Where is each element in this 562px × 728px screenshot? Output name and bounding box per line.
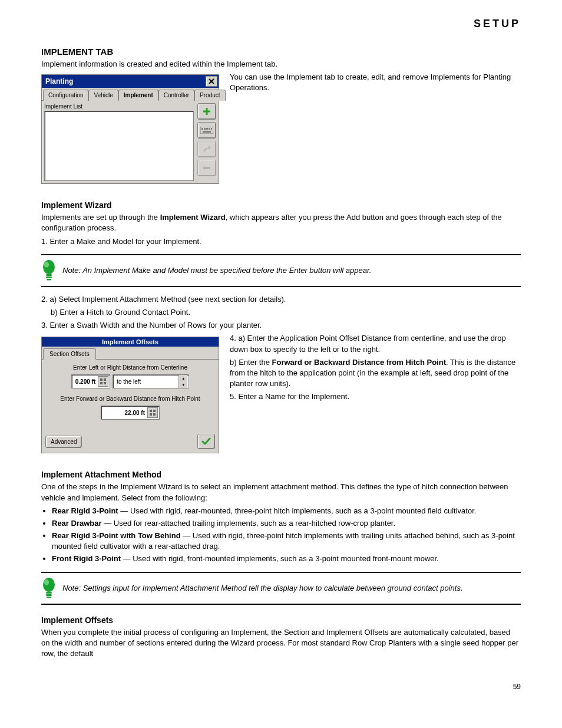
lightbulb-icon — [41, 577, 57, 600]
tab-section-offsets[interactable]: Section Offsets — [43, 348, 96, 360]
svg-rect-6 — [209, 128, 210, 130]
label-hitch: Enter Forward or Backward Distance from … — [47, 396, 214, 402]
wizard-step-2b: b) Enter a Hitch to Ground Contact Point… — [51, 307, 521, 318]
svg-rect-4 — [204, 128, 206, 130]
svg-rect-13 — [46, 276, 52, 278]
tab-controller[interactable]: Controller — [158, 90, 194, 101]
svg-rect-25 — [46, 592, 52, 594]
page-number: 59 — [41, 683, 521, 691]
wizard-step-1: 1. Enter a Make and Model for your Imple… — [41, 236, 521, 247]
planting-dialog-title: Planting — [45, 76, 73, 87]
svg-rect-1 — [203, 111, 210, 113]
centerline-distance-input[interactable]: 0.200 ft — [71, 374, 110, 388]
minus-icon — [203, 167, 210, 169]
advanced-button[interactable]: Advanced — [45, 436, 82, 448]
para-attachment-intro: One of the steps in the Implement Wizard… — [41, 482, 521, 503]
wizard-step-2a: 2. a) Select Implement Attachment Method… — [41, 294, 521, 305]
svg-rect-7 — [211, 128, 212, 130]
list-item: Rear Rigid 3-Point with Tow Behind — Use… — [52, 531, 521, 552]
page-header: SETUP — [41, 18, 521, 30]
para-wizard-intro: Implements are set up through the Implem… — [41, 212, 521, 233]
svg-point-24 — [44, 579, 49, 585]
svg-rect-3 — [201, 128, 203, 130]
note-1: Note: An Implement Make and Model must b… — [41, 254, 521, 287]
heading-implement-tab: IMPLEMENT TAB — [41, 47, 521, 57]
tabs: Configuration Vehicle Implement Controll… — [42, 89, 219, 101]
planting-dialog-titlebar: Planting — [42, 75, 219, 88]
note-2: Note: Settings input for Implement Attac… — [41, 572, 521, 605]
keypad-icon[interactable] — [98, 376, 108, 387]
figure-planting-dialog: Planting Configuration Vehicle Implement… — [41, 74, 219, 184]
offsets-dialog: Implement Offsets Section Offsets Enter … — [41, 337, 219, 453]
offsets-dialog-title: Implement Offsets — [42, 337, 219, 347]
checkmark-icon — [201, 437, 211, 446]
para-implement-tab-1: Implement information is created and edi… — [41, 59, 521, 70]
confirm-button[interactable] — [197, 434, 215, 449]
add-button[interactable] — [197, 103, 216, 120]
svg-rect-5 — [206, 128, 208, 130]
svg-rect-9 — [203, 167, 210, 169]
remove-button[interactable] — [197, 160, 216, 176]
implement-list-label: Implement List — [44, 103, 194, 110]
svg-rect-26 — [46, 594, 52, 596]
svg-rect-18 — [104, 382, 106, 384]
heading-attachment: Implement Attachment Method — [41, 470, 521, 479]
svg-rect-2 — [200, 127, 213, 134]
close-icon[interactable] — [206, 76, 217, 87]
keyboard-button[interactable] — [197, 122, 216, 139]
list-item: Rear Rigid 3-Point — Used with rigid, re… — [52, 506, 521, 516]
implement-listbox[interactable] — [44, 111, 194, 181]
spinner-icon[interactable]: ▲▼ — [178, 375, 187, 388]
planting-dialog: Planting Configuration Vehicle Implement… — [41, 74, 219, 184]
label-centerline: Enter Left or Right Distance from Center… — [47, 364, 214, 371]
svg-rect-20 — [153, 410, 156, 412]
para-offsets-body: When you complete the initial process of… — [41, 627, 521, 660]
tab-implement[interactable]: Implement — [118, 90, 158, 101]
svg-rect-14 — [47, 279, 51, 281]
list-item: Front Rigid 3-Point — Used with rigid, f… — [52, 554, 521, 564]
svg-rect-27 — [47, 597, 51, 598]
tab-configuration[interactable]: Configuration — [43, 90, 88, 101]
wrench-icon — [202, 144, 211, 154]
svg-rect-21 — [150, 413, 152, 416]
svg-rect-15 — [100, 378, 103, 381]
heading-offsets: Implement Offsets — [41, 615, 521, 625]
svg-point-10 — [43, 260, 55, 274]
tab-vehicle[interactable]: Vehicle — [88, 90, 118, 101]
svg-rect-16 — [104, 378, 106, 381]
wizard-step-3: 3. Enter a Swath Width and the Number of… — [41, 320, 521, 331]
centerline-side-select[interactable]: to the left ▲▼ — [113, 374, 189, 388]
keyboard-icon — [200, 127, 213, 134]
svg-rect-22 — [153, 413, 156, 416]
wrench-button[interactable] — [197, 141, 216, 157]
svg-point-23 — [43, 578, 55, 592]
svg-point-11 — [44, 262, 49, 268]
figure-offsets-dialog: Implement Offsets Section Offsets Enter … — [41, 337, 219, 453]
plus-icon — [203, 107, 211, 116]
attachment-list: Rear Rigid 3-Point — Used with rigid, re… — [52, 506, 521, 565]
keypad-icon[interactable] — [147, 407, 158, 418]
tab-product[interactable]: Product — [194, 90, 225, 101]
svg-rect-8 — [203, 131, 211, 133]
lightbulb-icon — [41, 259, 57, 282]
svg-rect-19 — [150, 410, 152, 412]
svg-rect-12 — [46, 274, 52, 276]
svg-rect-17 — [100, 382, 103, 384]
list-item: Rear Drawbar — Used for rear-attached tr… — [52, 518, 521, 529]
heading-wizard: Implement Wizard — [41, 200, 521, 210]
hitch-distance-input[interactable]: 22.00 ft — [101, 406, 160, 420]
